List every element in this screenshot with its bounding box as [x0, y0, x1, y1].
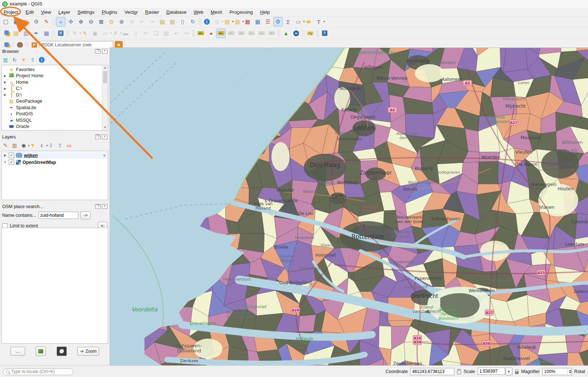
open-attribute-table-icon[interactable]: ▦ — [253, 17, 262, 26]
filter-browser-icon[interactable]: ▼ — [20, 56, 28, 64]
new-project-icon[interactable]: ▢ — [1, 17, 11, 26]
browser-close-button[interactable]: × — [102, 49, 107, 54]
filter-legend-icon[interactable]: ▼ — [29, 141, 37, 149]
refresh-browser-icon[interactable]: ↻ — [11, 56, 19, 64]
manage-visibility-icon[interactable]: ◉▼ — [20, 141, 28, 149]
menu-plugins[interactable]: Plugins — [98, 9, 121, 16]
add-group-icon[interactable]: ▥ — [11, 141, 19, 149]
menu-web[interactable]: Web — [190, 9, 207, 16]
project-properties-icon[interactable]: ⚙ — [32, 17, 41, 26]
browser-item-postgis[interactable]: ◗PostGIS — [3, 111, 108, 117]
new-geopackage-layer-icon[interactable]: ▤ — [11, 29, 21, 38]
expand-arrow[interactable]: ▶ — [3, 80, 7, 84]
bookmark-manager-icon[interactable]: ▯ — [178, 17, 187, 26]
menu-settings[interactable]: Settings — [74, 9, 98, 16]
toggle-editing-icon[interactable]: ✎ — [80, 29, 90, 38]
more-options-button[interactable]: ... — [11, 347, 25, 356]
browser-float-button[interactable]: ❐ — [95, 49, 101, 54]
browser-item-geopackage[interactable]: ▧GeoPackage — [3, 98, 108, 105]
browser-item-c[interactable]: ▶C:\ — [3, 86, 108, 92]
collapse-all-layers-icon[interactable]: ⇧ — [56, 141, 64, 149]
layer-item-openstreetmap[interactable]: ▼✓OpenStreetMap — [3, 159, 108, 166]
new-temporary-layer-icon[interactable]: ▦ — [42, 29, 51, 38]
osm-close-button[interactable]: × — [102, 204, 107, 209]
layers-float-button[interactable]: ❐ — [95, 134, 101, 139]
style-manager-icon[interactable]: ✎ — [42, 17, 51, 26]
map-canvas[interactable]: A4A2A27A15A27A16A59A59A29 Waterleidingdu… — [110, 47, 588, 366]
text-annotation-icon[interactable]: T▼ — [314, 17, 323, 26]
python-console-icon[interactable]: Py — [306, 29, 315, 38]
remove-layer-icon[interactable]: ▭ — [65, 141, 73, 149]
new-spatialite-layer-icon[interactable]: ✒ — [32, 29, 41, 38]
map-tips-icon[interactable]: ⬬ — [304, 17, 313, 26]
select-features-icon[interactable]: ▧▼ — [222, 17, 232, 26]
browser-item-projecthome[interactable]: ▶Project Home — [3, 73, 108, 79]
datasource-manager-icon[interactable] — [1, 29, 11, 38]
expand-arrow[interactable]: ▶ — [3, 87, 7, 90]
layer-item-wijken[interactable]: ▶✓wijken▼ — [3, 152, 108, 159]
statistical-summary-icon[interactable]: Σ — [283, 17, 293, 26]
browser-item-d[interactable]: ▶D:\ — [3, 92, 108, 98]
osm-float-button[interactable]: ❐ — [95, 204, 101, 209]
zoom-out-icon[interactable]: ⊖ — [86, 17, 96, 26]
add-extent-button[interactable] — [57, 347, 67, 356]
layer-expand-arrow[interactable]: ▼ — [3, 161, 7, 164]
layer-labeling-icon[interactable]: abc — [196, 29, 205, 38]
menu-vector[interactable]: Vector — [121, 9, 142, 16]
pan-to-selection-icon[interactable]: ✣ — [66, 17, 75, 26]
processing-toolbox-icon[interactable]: ⚙ — [273, 17, 283, 26]
locate-search-input[interactable]: Type to locate (Ctrl+K) — [3, 368, 73, 375]
menu-project[interactable]: Project — [0, 9, 22, 16]
browser-item-favorites[interactable]: ★Favorites — [3, 66, 108, 73]
browser-item-home[interactable]: ▶⌂Home — [3, 79, 108, 86]
add-to-map-button[interactable] — [36, 347, 46, 356]
menu-edit[interactable]: Edit — [22, 9, 37, 16]
scale-combo[interactable] — [478, 368, 505, 375]
menu-layer[interactable]: Layer — [55, 9, 74, 16]
zoom-to-selection-icon[interactable]: ⊙ — [107, 17, 116, 26]
add-selected-layers-icon[interactable]: ▥ — [1, 56, 9, 64]
new-bookmark-icon[interactable]: ▤ — [158, 17, 167, 26]
layers-close-button[interactable]: × — [102, 134, 107, 139]
zoom-to-layer-icon[interactable]: ⊚ — [117, 17, 126, 26]
expand-arrow[interactable]: ▶ — [3, 93, 7, 96]
measure-icon[interactable]: ▭▼ — [294, 17, 303, 26]
coordinate-input[interactable] — [410, 368, 454, 375]
labeling-options-icon[interactable]: abc — [216, 29, 226, 38]
browser-scrollbar[interactable]: ▲ ▼ — [102, 65, 108, 130]
expand-arrow[interactable]: ▶ — [3, 74, 7, 78]
grass-tools-icon[interactable]: ▲ — [281, 29, 291, 38]
browser-item-oracle[interactable]: Oracle — [3, 124, 108, 130]
layer-visibility-checkbox[interactable]: ✓ — [9, 160, 14, 165]
new-shapefile-layer-icon[interactable]: ▥ — [21, 29, 31, 38]
results-table[interactable] — [1, 228, 108, 344]
menu-processing[interactable]: Processing — [226, 9, 256, 16]
zoom-full-icon[interactable]: ⊠ — [97, 17, 106, 26]
filter-by-expression-icon[interactable]: ε▼ — [38, 141, 46, 149]
refresh-map-icon[interactable]: ↻ — [188, 17, 197, 26]
identify-features-icon[interactable]: i — [202, 17, 212, 26]
osm-place-search-plugin-icon[interactable]: ∞ — [291, 29, 301, 38]
layer-diagram-icon[interactable]: ◕ — [206, 29, 216, 38]
name-contains-input[interactable] — [38, 212, 78, 219]
collapse-all-icon[interactable]: ⇧ — [29, 56, 37, 64]
browser-item-spatialite[interactable]: ✒SpatiaLite — [3, 104, 108, 111]
layer-filter-icon[interactable]: ▼ — [102, 153, 106, 158]
menu-database[interactable]: Database — [163, 9, 190, 16]
menu-mesh[interactable]: Mesh — [207, 9, 226, 16]
scale-dropdown-button[interactable]: ▼ — [505, 368, 513, 376]
save-project-icon[interactable]: ▣ — [11, 17, 21, 26]
statistics-abacus-icon[interactable]: ☰ — [263, 17, 273, 26]
pan-map-icon[interactable]: ↔↕ — [56, 17, 65, 26]
deselect-features-icon[interactable]: ▩ — [243, 17, 252, 26]
project-templates-icon[interactable]: ▤ — [21, 17, 31, 26]
lock-scale-icon[interactable] — [515, 371, 519, 374]
show-bookmarks-icon[interactable]: ▥ — [168, 17, 177, 26]
layer-visibility-checkbox[interactable]: ✓ — [9, 153, 14, 158]
browser-item-mssql[interactable]: ▰MSSQL — [3, 117, 108, 124]
menu-view[interactable]: View — [37, 9, 55, 16]
properties-widget-icon[interactable]: i — [38, 56, 46, 64]
layer-expand-arrow[interactable]: ▶ — [3, 154, 7, 157]
select-by-form-icon[interactable]: ▨▼ — [233, 17, 242, 26]
search-go-button[interactable]: -> — [81, 211, 91, 219]
